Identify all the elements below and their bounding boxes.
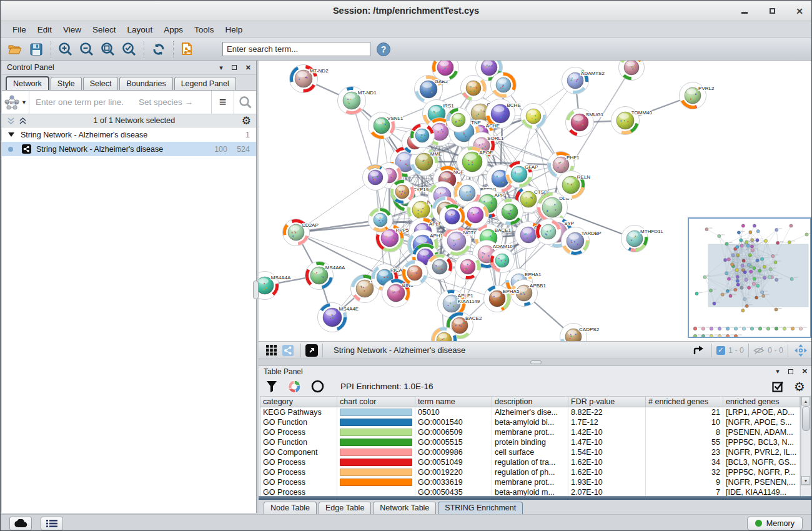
scroll-up-icon[interactable]: ▲ <box>801 397 810 405</box>
export-network-icon[interactable] <box>691 342 707 359</box>
draw-charts-icon[interactable] <box>287 380 301 394</box>
save-session-icon[interactable] <box>28 41 44 57</box>
tab-network[interactable]: Network <box>6 76 49 90</box>
menu-help[interactable]: Help <box>219 23 248 36</box>
network-node[interactable] <box>410 124 435 148</box>
import-network-icon[interactable] <box>180 41 196 57</box>
table-row[interactable]: GO ProcessGO:0006509membrane prot...1.42… <box>260 427 800 437</box>
string-term-input[interactable]: Enter one term per line. Set species → <box>29 97 211 107</box>
table-close-panel-icon[interactable]: ✕ <box>802 367 808 375</box>
collection-expand-icon[interactable] <box>8 132 14 137</box>
help-icon[interactable]: ? <box>375 41 392 57</box>
menu-view[interactable]: View <box>57 23 87 36</box>
expand-all-icon[interactable] <box>19 117 27 125</box>
scrollbar-thumb[interactable] <box>802 406 810 431</box>
zoom-fit-icon[interactable] <box>100 41 116 57</box>
reset-charts-icon[interactable] <box>311 380 324 393</box>
refresh-icon[interactable] <box>151 41 167 57</box>
network-node[interactable] <box>402 261 428 286</box>
birds-eye-view[interactable] <box>688 217 811 338</box>
network-node[interactable] <box>497 199 523 226</box>
network-row-selected[interactable]: String Network - Alzheimer's disease 100… <box>2 142 256 156</box>
set-species-label[interactable]: Set species → <box>139 97 193 107</box>
network-node[interactable] <box>461 76 487 101</box>
tab-select[interactable]: Select <box>83 77 119 90</box>
network-node[interactable]: VSNL1 <box>369 112 404 139</box>
close-button[interactable]: ✕ <box>793 4 806 18</box>
string-options-icon[interactable]: ≡ <box>211 91 234 114</box>
maximize-button[interactable] <box>765 4 779 18</box>
network-panel-gear-icon[interactable]: ⚙ <box>242 116 251 126</box>
table-row[interactable]: GO ComponentGO:0009986cell surface1.54E-… <box>260 447 800 457</box>
column-header-enriched-genes[interactable]: enriched genes <box>723 397 800 407</box>
close-panel-icon[interactable]: ✕ <box>245 64 251 72</box>
tab-style[interactable]: Style <box>51 77 82 90</box>
network-node[interactable] <box>455 254 481 280</box>
network-node[interactable] <box>490 249 515 273</box>
table-row[interactable]: GO ProcessGO:0019220regulation of ph...1… <box>260 467 800 477</box>
tab-node-table[interactable]: Node Table <box>264 502 317 514</box>
string-protein-query-icon[interactable]: STRING ▼ <box>2 91 29 114</box>
table-row[interactable]: KEGG Pathways05010Alzheimer's dise...8.8… <box>260 407 800 417</box>
tab-network-table[interactable]: Network Table <box>373 502 436 514</box>
column-header--enriched-genes[interactable]: # enriched genes <box>646 397 723 407</box>
search-input[interactable] <box>222 42 370 56</box>
tab-legend-panel[interactable]: Legend Panel <box>174 77 236 90</box>
menu-tools[interactable]: Tools <box>189 23 220 36</box>
tab-boundaries[interactable]: Boundaries <box>119 77 172 90</box>
menu-select[interactable]: Select <box>87 23 122 36</box>
column-header-FDR-p-value[interactable]: FDR p-value <box>568 397 646 407</box>
table-row[interactable]: GO FunctionGO:0005515protein binding1.47… <box>260 437 800 447</box>
network-node[interactable]: MS4A6A <box>305 262 346 290</box>
memory-button[interactable]: Memory <box>747 517 803 530</box>
panel-menu-icon[interactable]: ▾ <box>219 64 223 72</box>
network-node[interactable] <box>491 72 517 98</box>
table-row[interactable]: GO FunctionGO:0001540beta-amyloid bi...1… <box>260 417 800 427</box>
open-session-icon[interactable] <box>7 41 23 57</box>
network-node[interactable] <box>619 61 645 81</box>
horizontal-splitter-grip[interactable] <box>530 360 542 364</box>
tab-edge-table[interactable]: Edge Table <box>319 502 371 514</box>
column-header-category[interactable]: category <box>260 397 337 407</box>
menu-file[interactable]: File <box>7 23 32 36</box>
network-node[interactable] <box>390 180 415 204</box>
network-node[interactable] <box>440 204 465 230</box>
zoom-selected-icon[interactable] <box>121 41 137 57</box>
network-node[interactable] <box>427 254 453 280</box>
menu-apps[interactable]: Apps <box>158 23 189 36</box>
column-header-term-name[interactable]: term name <box>415 397 492 407</box>
task-list-button[interactable] <box>41 517 63 530</box>
table-row[interactable]: GO ProcessGO:0051049regulation of tra...… <box>260 457 800 467</box>
filter-icon[interactable] <box>266 380 277 393</box>
float-panel-icon[interactable] <box>232 65 237 70</box>
network-node[interactable] <box>536 219 562 245</box>
collapse-all-icon[interactable] <box>7 117 15 125</box>
network-node[interactable]: TOMM40 <box>611 107 653 135</box>
select-all-checkbox-icon[interactable] <box>772 380 784 392</box>
network-node[interactable]: TARDBP <box>562 227 602 256</box>
open-in-browser-icon[interactable] <box>305 344 318 357</box>
network-node[interactable]: MT-ND1 <box>338 87 377 115</box>
minimize-button[interactable] <box>738 4 751 18</box>
table-scrollbar[interactable]: ▲ ▼ <box>801 396 811 485</box>
network-node[interactable]: MS4A4A <box>259 272 291 300</box>
viewport-rect[interactable] <box>708 244 808 307</box>
table-panel-menu-icon[interactable]: ▾ <box>776 367 780 375</box>
network-node[interactable]: MTHFD1L <box>621 226 664 252</box>
vertical-splitter-grip[interactable] <box>253 280 259 299</box>
network-node[interactable] <box>447 108 471 132</box>
table-float-panel-icon[interactable] <box>788 369 793 374</box>
network-view[interactable]: MT-ND2MT-ND1VSNL1GAB2IRS1CHATBCHEACHEIL1… <box>259 61 812 341</box>
zoom-out-icon[interactable] <box>79 41 95 57</box>
network-node[interactable]: ADAMTS2 <box>562 67 605 94</box>
column-header-chart-color[interactable]: chart color <box>337 397 415 407</box>
network-node[interactable]: MS4A4E <box>318 303 359 332</box>
cloud-button[interactable] <box>9 517 32 530</box>
network-node[interactable] <box>521 104 547 129</box>
network-collection-row[interactable]: String Network - Alzheimer's disease 1 <box>2 127 256 142</box>
table-row[interactable]: GO ProcessGO:0050435beta-amyloid m...2.0… <box>260 487 800 497</box>
birds-eye-toggle-icon[interactable] <box>793 342 809 359</box>
network-node[interactable]: RELN <box>557 171 591 199</box>
table-row[interactable]: GO ProcessGO:0033619membrane prot...1.93… <box>260 477 800 487</box>
string-search-icon[interactable] <box>234 91 256 114</box>
